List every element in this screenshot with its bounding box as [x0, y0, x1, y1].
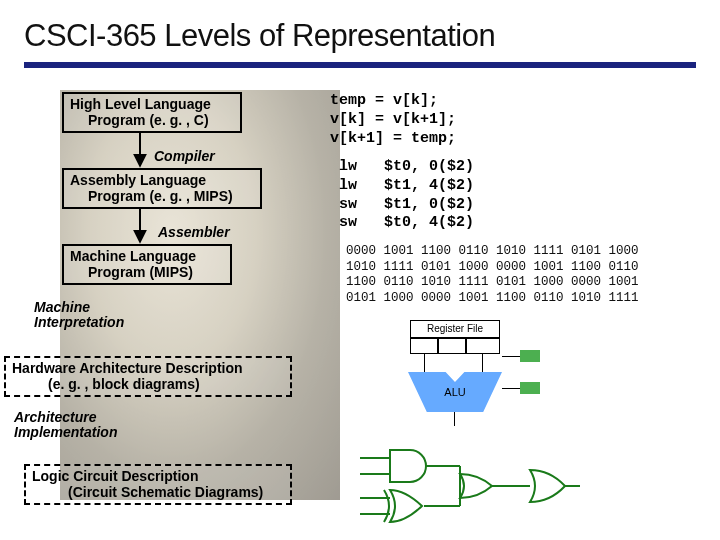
code-c-snippet: temp = v[k]; v[k] = v[k+1]; v[k+1] = tem…	[330, 92, 456, 148]
control-box-1	[520, 350, 540, 362]
mi-l2: Interpretation	[34, 315, 124, 330]
block-diagram: Register File ALU	[370, 320, 570, 440]
logic-schematic	[360, 440, 580, 530]
asm-line2: Program (e. g. , MIPS)	[70, 188, 254, 204]
rf-cell-1	[410, 338, 438, 354]
label-machine-interpretation: Machine Interpretation	[34, 300, 124, 331]
hw-line1: Hardware Architecture Description	[12, 360, 284, 376]
label-compiler: Compiler	[154, 148, 215, 164]
code-assembly-snippet: lw $t0, 0($2) lw $t1, 4($2) sw $t1, 0($2…	[330, 158, 474, 233]
rf-cell-2	[438, 338, 466, 354]
label-assembler: Assembler	[158, 224, 230, 240]
box-high-level-language: High Level Language Program (e. g. , C)	[62, 92, 242, 133]
rf-cell-3	[466, 338, 500, 354]
register-file-box: Register File	[410, 320, 500, 338]
ai-l1: Architecture	[14, 410, 117, 425]
control-box-2	[520, 382, 540, 394]
code-binary-snippet: 0000 1001 1100 0110 1010 1111 0101 1000 …	[346, 244, 639, 307]
box-logic-circuit: Logic Circuit Description (Circuit Schem…	[24, 464, 292, 505]
hll-line2: Program (e. g. , C)	[70, 112, 234, 128]
logic-line2: (Circuit Schematic Diagrams)	[32, 484, 284, 500]
alu-label: ALU	[444, 386, 465, 398]
logic-line1: Logic Circuit Description	[32, 468, 284, 484]
ai-l2: Implementation	[14, 425, 117, 440]
mi-l1: Machine	[34, 300, 124, 315]
mach-line2: Program (MIPS)	[70, 264, 224, 280]
alu-box: ALU	[408, 372, 502, 412]
title-underline	[24, 62, 696, 68]
hll-line1: High Level Language	[70, 96, 234, 112]
hw-line2: (e. g. , block diagrams)	[12, 376, 284, 392]
asm-line1: Assembly Language	[70, 172, 254, 188]
label-architecture-implementation: Architecture Implementation	[14, 410, 117, 441]
box-assembly-language: Assembly Language Program (e. g. , MIPS)	[62, 168, 262, 209]
box-hardware-architecture: Hardware Architecture Description (e. g.…	[4, 356, 292, 397]
slide-title: CSCI-365 Levels of Representation	[24, 18, 495, 54]
mach-line1: Machine Language	[70, 248, 224, 264]
box-machine-language: Machine Language Program (MIPS)	[62, 244, 232, 285]
